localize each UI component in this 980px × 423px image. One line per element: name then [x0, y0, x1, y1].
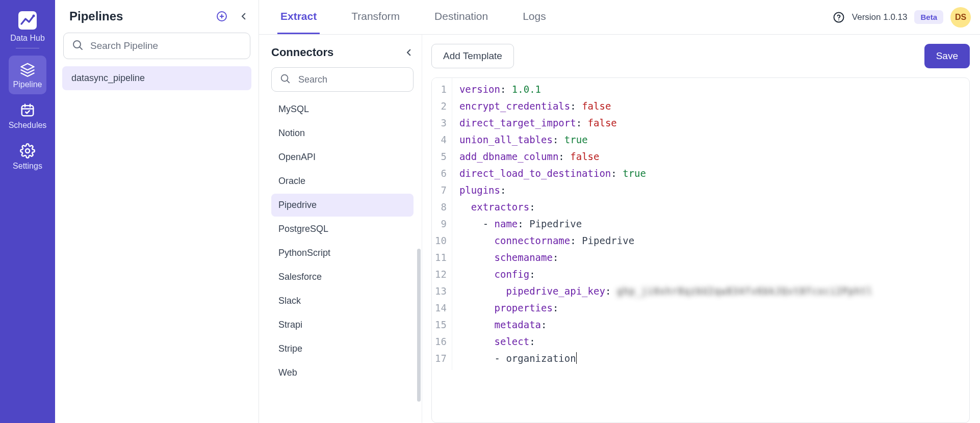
connector-item[interactable]: PythonScript [271, 242, 414, 265]
pipeline-search [63, 33, 250, 59]
nav-pipeline[interactable]: Pipeline [9, 56, 46, 94]
search-icon [279, 73, 291, 86]
connector-item[interactable]: Oracle [271, 170, 414, 193]
help-button[interactable] [833, 11, 845, 23]
connector-item[interactable]: Web [271, 361, 414, 384]
connector-item[interactable]: OpenAPI [271, 146, 414, 169]
connector-item[interactable]: Strapi [271, 313, 414, 336]
pipelines-title: Pipelines [69, 9, 123, 23]
connector-item[interactable]: MySQL [271, 98, 414, 121]
tab-logs[interactable]: Logs [520, 0, 549, 34]
connectors-title: Connectors [271, 46, 333, 59]
svg-point-7 [25, 149, 30, 153]
plus-circle-icon [216, 10, 228, 22]
chevron-left-icon [239, 12, 248, 21]
connector-item[interactable]: Stripe [271, 337, 414, 360]
beta-badge: Beta [914, 10, 943, 24]
connector-scrollbar[interactable] [417, 249, 421, 402]
connector-search [271, 67, 414, 92]
brand-label: Data Hub [10, 34, 45, 43]
tab-extract[interactable]: Extract [277, 0, 320, 34]
search-icon [71, 39, 84, 53]
main-area: ExtractTransformDestinationLogs Version … [259, 0, 980, 423]
rail-divider [16, 48, 39, 48]
tabs: ExtractTransformDestinationLogs [277, 0, 549, 34]
chart-line-icon [17, 10, 38, 31]
svg-marker-2 [21, 64, 34, 70]
connector-list: MySQLNotionOpenAPIOraclePipedrivePostgre… [271, 97, 414, 385]
pipeline-item[interactable]: datasync_pipeline [62, 66, 251, 90]
connector-item[interactable]: Slack [271, 289, 414, 312]
nav-schedules[interactable]: Schedules [5, 97, 50, 135]
nav-settings[interactable]: Settings [5, 138, 50, 176]
editor-code[interactable]: version: 1.0.1encrypt_credentials: false… [452, 78, 969, 370]
nav-schedules-label: Schedules [9, 121, 47, 130]
add-pipeline-button[interactable] [216, 10, 228, 22]
help-circle-icon [833, 11, 845, 23]
tab-transform[interactable]: Transform [348, 0, 403, 34]
nav-settings-label: Settings [13, 162, 42, 171]
chevron-left-icon [404, 48, 414, 57]
svg-point-1 [33, 15, 35, 17]
avatar[interactable]: DS [950, 7, 971, 28]
editor-area: Add Template Save 1234567891011121314151… [422, 35, 980, 423]
svg-line-16 [287, 81, 289, 83]
layers-icon [20, 62, 35, 77]
collapse-pipelines-button[interactable] [239, 12, 248, 21]
collapse-connectors-button[interactable] [404, 48, 414, 57]
editor-gutter: 1234567891011121314151617 [432, 78, 452, 370]
connector-item[interactable]: Pipedrive [271, 194, 414, 217]
connector-item[interactable]: Salesforce [271, 266, 414, 288]
topbar: ExtractTransformDestinationLogs Version … [259, 0, 980, 35]
brand-logo[interactable]: Data Hub [5, 5, 50, 48]
svg-point-14 [838, 19, 839, 20]
svg-rect-3 [22, 105, 34, 116]
pipeline-list: datasync_pipeline [55, 66, 259, 90]
save-button[interactable]: Save [924, 44, 970, 68]
yaml-editor[interactable]: 1234567891011121314151617 version: 1.0.1… [431, 77, 970, 423]
add-template-button[interactable]: Add Template [431, 44, 514, 68]
connectors-panel: Connectors MySQLNotionOpenAP [259, 35, 422, 423]
nav-pipeline-label: Pipeline [13, 80, 42, 89]
pipeline-search-input[interactable] [63, 33, 250, 59]
connector-item[interactable]: Notion [271, 122, 414, 145]
pipelines-panel: Pipelines [55, 0, 259, 423]
tab-destination[interactable]: Destination [431, 0, 491, 34]
version-text: Version 1.0.13 [852, 12, 908, 22]
gear-icon [20, 143, 35, 158]
svg-line-12 [80, 47, 82, 49]
calendar-check-icon [20, 102, 35, 118]
left-nav-rail: Data Hub Pipeline [0, 0, 55, 423]
connector-item[interactable]: PostgreSQL [271, 218, 414, 241]
connector-search-input[interactable] [271, 67, 414, 92]
